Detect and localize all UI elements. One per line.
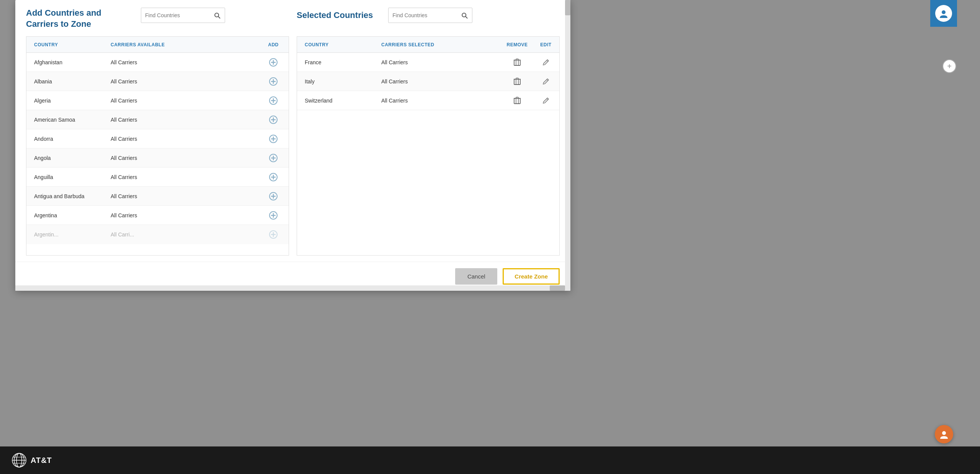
left-row-carriers: All Carriers: [111, 193, 258, 199]
left-table-row: Argentina All Carriers: [26, 206, 289, 225]
left-row-add-cell: [258, 211, 289, 220]
edit-country-button[interactable]: [542, 59, 549, 66]
right-search-icon: [461, 11, 468, 19]
left-table-row: Afghanistan All Carriers: [26, 53, 289, 72]
left-col-carriers-header: CARRIERS AVAILABLE: [111, 42, 258, 47]
right-row-edit-cell: [532, 97, 559, 104]
add-country-button[interactable]: [269, 115, 278, 124]
right-row-country: Switzerland: [297, 98, 381, 104]
add-circle-icon: [269, 115, 278, 124]
add-circle-icon: [269, 153, 278, 163]
svg-rect-30: [514, 60, 520, 65]
left-row-carriers: All Carriers: [111, 98, 258, 104]
user-icon: [938, 8, 949, 19]
chat-avatar[interactable]: [935, 425, 953, 443]
add-country-button[interactable]: [269, 77, 278, 86]
cancel-button[interactable]: Cancel: [455, 268, 497, 285]
left-row-carriers: All Carriers: [111, 117, 258, 123]
add-circle-icon: [269, 192, 278, 201]
left-row-country: Antigua and Barbuda: [26, 193, 111, 199]
left-search-button[interactable]: [213, 11, 221, 19]
add-country-button[interactable]: [269, 230, 278, 239]
edit-country-button[interactable]: [542, 78, 549, 85]
right-row-edit-cell: [532, 59, 559, 66]
svg-rect-35: [514, 79, 520, 85]
user-avatar-area[interactable]: [930, 0, 957, 27]
left-search-icon: [213, 11, 221, 19]
left-row-country: Albania: [26, 78, 111, 85]
remove-country-button[interactable]: [514, 59, 521, 66]
right-col-edit-header: EDIT: [532, 42, 559, 47]
add-country-button[interactable]: [269, 173, 278, 182]
left-row-carriers: All Carriers: [111, 212, 258, 218]
left-col-add-header: ADD: [258, 42, 289, 47]
add-country-button[interactable]: [269, 153, 278, 163]
svg-line-34: [547, 60, 548, 62]
add-circle-icon: [269, 173, 278, 182]
right-row-carriers: All Carriers: [381, 59, 502, 65]
left-row-carriers: All Carriers: [111, 174, 258, 180]
plus-icon-right[interactable]: +: [942, 59, 956, 73]
right-header: Selected Countries: [289, 8, 560, 23]
left-row-country: Afghanistan: [26, 59, 111, 65]
add-country-button[interactable]: [269, 211, 278, 220]
remove-country-button[interactable]: [514, 78, 521, 85]
trash-icon: [514, 78, 521, 85]
left-col-country-header: COUNTRY: [26, 42, 111, 47]
left-table-row: Algeria All Carriers: [26, 91, 289, 110]
add-circle-icon: [269, 230, 278, 239]
left-row-country: Algeria: [26, 98, 111, 104]
right-table-row: Italy All Carriers: [297, 72, 559, 91]
panels-row: COUNTRY CARRIERS AVAILABLE ADD Afghanist…: [26, 36, 560, 256]
svg-line-44: [547, 99, 548, 100]
left-row-carriers: All Carriers: [111, 155, 258, 161]
left-table-row: Albania All Carriers: [26, 72, 289, 91]
add-country-button[interactable]: [269, 192, 278, 201]
left-row-country: American Samoa: [26, 117, 111, 123]
left-table-row-partial: Argentin... All Carri...: [26, 225, 289, 244]
avatar: [935, 5, 952, 22]
right-row-remove-cell: [502, 97, 532, 104]
left-row-add-cell: [258, 96, 289, 105]
create-zone-button[interactable]: Create Zone: [503, 268, 560, 285]
left-table-body: Afghanistan All Carriers Albania All Car…: [26, 53, 289, 255]
selected-countries-title: Selected Countries: [297, 10, 373, 21]
add-circle-icon: [269, 211, 278, 220]
right-col-carriers-header: CARRIERS SELECTED: [381, 42, 502, 47]
right-row-carriers: All Carriers: [381, 78, 502, 85]
left-header: Add Countries and Carriers to Zone: [26, 8, 289, 29]
footer-bar: AT&T: [0, 446, 980, 474]
left-row-country: Andorra: [26, 136, 111, 142]
left-table-row: American Samoa All Carriers: [26, 110, 289, 129]
pencil-icon: [542, 97, 549, 104]
right-row-edit-cell: [532, 78, 559, 85]
left-row-country: Angola: [26, 155, 111, 161]
left-row-carriers: All Carriers: [111, 59, 258, 65]
add-country-button[interactable]: [269, 134, 278, 143]
modal-body: Add Countries and Carriers to Zone Selec…: [15, 0, 570, 262]
right-row-carriers: All Carriers: [381, 98, 502, 104]
remove-country-button[interactable]: [514, 97, 521, 104]
left-search-input[interactable]: [145, 12, 213, 18]
right-row-remove-cell: [502, 59, 532, 66]
left-row-add-cell: [258, 58, 289, 67]
edit-country-button[interactable]: [542, 97, 549, 104]
selected-countries-panel: COUNTRY CARRIERS SELECTED REMOVE EDIT Fr…: [297, 36, 560, 256]
left-row-add-cell: [258, 115, 289, 124]
att-brand-text: AT&T: [31, 456, 52, 465]
hscrollbar-thumb[interactable]: [550, 285, 565, 291]
svg-point-46: [942, 431, 946, 435]
modal-horizontal-scrollbar[interactable]: [15, 285, 565, 291]
right-row-remove-cell: [502, 78, 532, 85]
right-search-input[interactable]: [392, 12, 461, 18]
right-col-remove-header: REMOVE: [502, 42, 532, 47]
add-country-button[interactable]: [269, 96, 278, 105]
chat-avatar-icon: [939, 429, 949, 440]
scrollbar-thumb[interactable]: [565, 0, 570, 15]
modal-vertical-scrollbar[interactable]: [565, 0, 570, 291]
left-table-row: Angola All Carriers: [26, 148, 289, 168]
right-search-button[interactable]: [461, 11, 468, 19]
trash-icon: [514, 59, 521, 66]
add-country-button[interactable]: [269, 58, 278, 67]
right-search-box: [388, 8, 472, 23]
